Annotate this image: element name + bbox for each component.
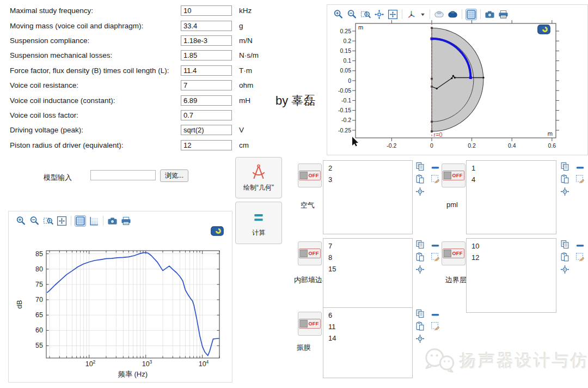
clear-selection-icon[interactable]	[575, 252, 585, 262]
zoom-selection-icon[interactable]	[415, 187, 425, 196]
paste-icon[interactable]	[415, 322, 425, 331]
remove-selection-icon[interactable]	[575, 241, 585, 250]
selection-item[interactable]: 7	[323, 240, 412, 252]
copy-icon[interactable]	[415, 240, 425, 249]
param-input-3[interactable]	[181, 50, 232, 60]
grid-log-icon[interactable]	[89, 216, 99, 226]
paste-icon[interactable]	[415, 174, 425, 184]
compass-icon	[248, 163, 269, 181]
selection-item[interactable]: 14	[323, 332, 412, 344]
remove-selection-icon[interactable]	[575, 163, 585, 172]
param-input-8[interactable]	[181, 125, 232, 135]
toggle-boundary-layer[interactable]: OFF	[442, 241, 465, 265]
param-input-7[interactable]	[181, 110, 232, 120]
param-label-0: Maximal study frequency:	[10, 7, 181, 15]
camera-icon[interactable]	[485, 9, 495, 20]
zoom-out-icon[interactable]	[347, 9, 357, 20]
remove-selection-icon[interactable]	[431, 310, 440, 319]
zoom-out-icon[interactable]	[29, 216, 40, 226]
compute-label: 计算	[252, 228, 265, 238]
selection-list-air[interactable]: 23	[323, 160, 413, 234]
zoom-box-icon[interactable]	[360, 9, 371, 20]
clear-selection-icon[interactable]	[431, 174, 440, 184]
svg-text:65: 65	[35, 311, 43, 319]
svg-text:102: 102	[85, 359, 96, 368]
grid-plot-icon[interactable]	[75, 216, 85, 226]
selection-list-boundary-layer[interactable]: 1012	[466, 238, 556, 313]
selection-item[interactable]: 6	[323, 310, 412, 321]
param-label-5: Voice coil resistance:	[10, 81, 181, 89]
selection-list-pml[interactable]: 14	[466, 160, 556, 234]
parameter-row: Driving voltage (peak):V	[10, 123, 315, 137]
scene-light-icon[interactable]	[434, 9, 444, 20]
transparency-icon[interactable]	[448, 9, 458, 20]
paste-icon[interactable]	[560, 174, 569, 184]
selection-item[interactable]: 12	[467, 252, 556, 263]
paste-icon[interactable]	[560, 252, 569, 262]
selection-item[interactable]: 11	[323, 321, 412, 332]
toggle-interior-wall-boundary[interactable]: OFF	[298, 241, 322, 265]
grid-plot-icon[interactable]	[466, 9, 476, 20]
parameter-row: Voice coil inductance (constant):mH	[10, 93, 315, 107]
param-input-5[interactable]	[181, 80, 232, 90]
zoom-box-icon[interactable]	[43, 216, 53, 226]
camera-icon[interactable]	[107, 216, 118, 226]
comsol-logo-button[interactable]	[211, 226, 224, 236]
toggle-diaphragm[interactable]: OFF	[298, 312, 322, 336]
toggle-pml[interactable]: OFF	[442, 163, 465, 187]
selection-item[interactable]: 3	[323, 174, 412, 185]
param-input-0[interactable]	[181, 5, 232, 16]
plot-geometry-label: 绘制“几何”	[243, 183, 274, 192]
selection-list-interior-wall-boundary[interactable]: 7815	[323, 238, 413, 313]
selection-item[interactable]: 2	[323, 162, 412, 174]
selection-item[interactable]: 10	[467, 240, 556, 252]
selection-item[interactable]: 1	[467, 162, 556, 174]
remove-selection-icon[interactable]	[431, 163, 440, 172]
param-input-6[interactable]	[181, 95, 232, 106]
copy-icon[interactable]	[415, 162, 425, 171]
copy-icon[interactable]	[415, 309, 425, 318]
zoom-selection-icon[interactable]	[415, 334, 425, 343]
selection-item[interactable]: 15	[323, 263, 412, 275]
axis-orientation-icon[interactable]	[406, 9, 416, 20]
remove-selection-icon[interactable]	[431, 241, 440, 250]
fit-window-icon[interactable]	[388, 9, 398, 20]
zoom-extents-icon[interactable]	[374, 9, 384, 20]
clear-selection-icon[interactable]	[575, 174, 585, 184]
zoom-in-icon[interactable]	[333, 9, 344, 20]
svg-text:0.15: 0.15	[340, 47, 352, 54]
chart-panel[interactable]: 55606570758085102103104频率 (Hz)dB	[8, 211, 232, 383]
zoom-selection-icon[interactable]	[560, 265, 569, 274]
plot-geometry-button[interactable]: 绘制“几何”	[235, 157, 282, 198]
model-input-field[interactable]	[90, 170, 156, 180]
parameter-row: Suspension mechanical losses:N·s/m	[10, 48, 315, 63]
zoom-in-icon[interactable]	[16, 216, 26, 226]
print-icon[interactable]	[121, 216, 131, 226]
chart-xlabel: 频率 (Hz)	[118, 370, 148, 378]
param-input-1[interactable]	[181, 21, 232, 31]
spl-chart[interactable]: 55606570758085102103104频率 (Hz)dB	[9, 211, 232, 382]
selection-item[interactable]: 4	[467, 174, 556, 185]
fit-window-icon[interactable]	[57, 216, 67, 226]
parameter-row: Voice coil loss factor:	[10, 108, 315, 123]
zoom-selection-icon[interactable]	[415, 265, 425, 274]
toolbar-separator	[71, 216, 71, 226]
copy-icon[interactable]	[560, 162, 569, 171]
compute-button[interactable]: 计算	[235, 202, 282, 244]
print-icon[interactable]	[498, 9, 509, 20]
browse-button[interactable]: 浏览...	[160, 169, 188, 182]
clear-selection-icon[interactable]	[431, 252, 440, 262]
param-input-2[interactable]	[181, 35, 232, 46]
clear-selection-icon[interactable]	[431, 322, 440, 331]
copy-icon[interactable]	[560, 240, 569, 249]
param-input-4[interactable]	[181, 65, 232, 76]
comsol-logo-button[interactable]	[537, 25, 550, 34]
selection-item[interactable]: 8	[323, 252, 412, 263]
param-input-9[interactable]	[181, 140, 232, 150]
zoom-selection-icon[interactable]	[560, 187, 569, 196]
paste-icon[interactable]	[415, 252, 425, 262]
caret-down-icon[interactable]	[420, 9, 426, 20]
graphics-panel[interactable]: r=0 0.250.20.150.10.050-0.05-0.1-0.15-0.…	[327, 4, 588, 155]
selection-list-diaphragm[interactable]: 61114	[323, 307, 413, 378]
toggle-air[interactable]: OFF	[298, 163, 322, 187]
